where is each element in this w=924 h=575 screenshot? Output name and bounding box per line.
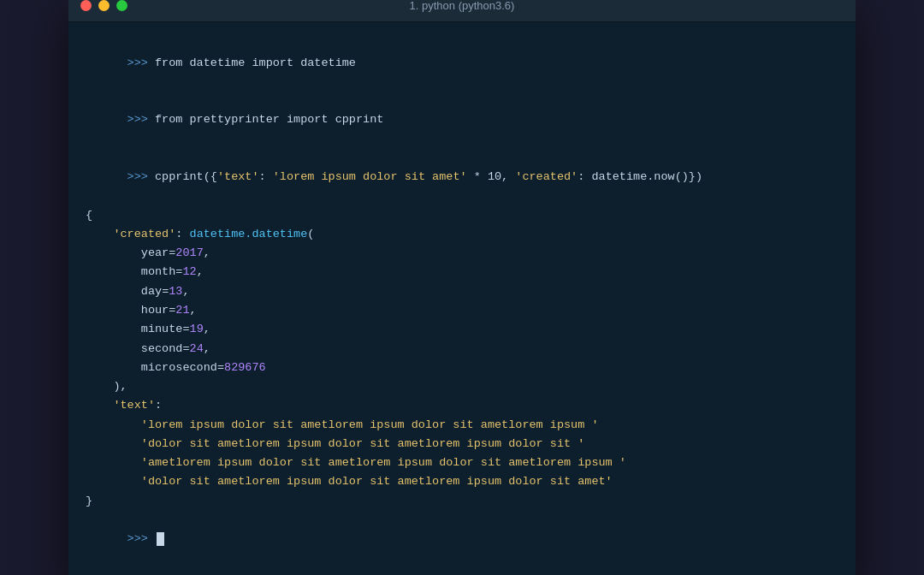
terminal-line: ),	[86, 377, 838, 396]
terminal-window: 1. python (python3.6) >>> from datetime …	[68, 0, 856, 575]
cursor	[157, 532, 164, 546]
maximize-button[interactable]	[116, 0, 127, 11]
terminal-line: hour=21,	[86, 301, 838, 320]
terminal-line: day=13,	[86, 282, 838, 301]
terminal-line: >>> from prettyprinter import cpprint	[86, 92, 838, 149]
terminal-line: microsecond=829676	[86, 359, 838, 377]
minimize-button[interactable]	[98, 0, 110, 11]
prompt: >>>	[127, 170, 155, 183]
terminal-line: year=2017,	[86, 244, 838, 263]
terminal-line: >>> from datetime import datetime	[86, 34, 838, 92]
prompt: >>>	[127, 532, 155, 545]
terminal-line: minute=19,	[86, 320, 838, 339]
terminal-line: 'lorem ipsum dolor sit ametlorem ipsum d…	[86, 416, 838, 435]
terminal-line: 'dolor sit ametlorem ipsum dolor sit ame…	[86, 435, 838, 453]
terminal-line: 'created': datetime.datetime(	[86, 225, 838, 244]
terminal-line: month=12,	[86, 263, 838, 282]
window-title: 1. python (python3.6)	[410, 0, 515, 12]
terminal-line: {	[86, 206, 838, 225]
titlebar: 1. python (python3.6)	[68, 0, 856, 22]
terminal-line: >>> cpprint({'text': 'lorem ipsum dolor …	[86, 149, 838, 206]
close-button[interactable]	[80, 0, 92, 11]
terminal-prompt-line: >>>	[86, 511, 838, 568]
terminal-line: 'ametlorem ipsum dolor sit ametlorem ips…	[86, 453, 838, 472]
terminal-line: second=24,	[86, 340, 838, 359]
terminal-line: 'dolor sit ametlorem ipsum dolor sit ame…	[86, 472, 838, 491]
terminal-line: 'text':	[86, 396, 838, 415]
traffic-lights	[80, 0, 127, 11]
prompt: >>>	[127, 56, 155, 69]
terminal-body[interactable]: >>> from datetime import datetime >>> fr…	[68, 22, 856, 575]
prompt: >>>	[127, 113, 155, 126]
terminal-line: }	[86, 492, 838, 511]
